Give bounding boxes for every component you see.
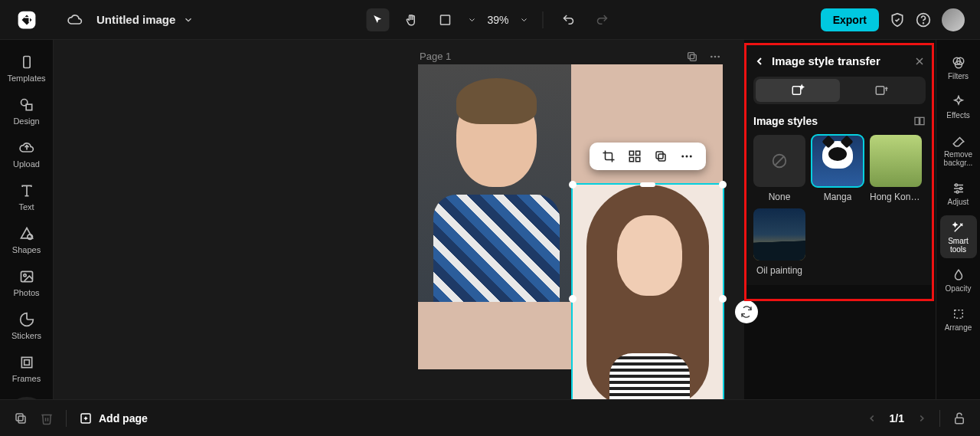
back-icon[interactable] <box>753 55 766 67</box>
rr-remove-bg[interactable]: Remove backgr... <box>940 129 977 172</box>
copy-icon[interactable] <box>654 149 668 163</box>
rail-stickers[interactable]: Stickers <box>0 311 53 340</box>
tab-custom-style[interactable] <box>840 79 924 102</box>
left-rail: Templates Design Upload Text Shapes Phot… <box>0 40 54 399</box>
rr-smart-tools[interactable]: Smart tools <box>940 215 977 258</box>
svg-line-37 <box>776 157 784 166</box>
page-label: Page 1 <box>420 51 451 62</box>
document-title[interactable]: Untitled image <box>96 13 194 26</box>
svg-point-44 <box>955 184 957 186</box>
oilpainting-thumb <box>753 208 805 261</box>
rail-upload[interactable]: Upload <box>0 139 53 169</box>
rr-adjust[interactable]: Adjust <box>940 176 977 211</box>
undo-button[interactable] <box>557 8 580 31</box>
svg-rect-4 <box>23 57 29 68</box>
close-icon[interactable] <box>913 55 926 67</box>
style-none[interactable]: None <box>753 135 805 202</box>
svg-point-19 <box>717 56 720 58</box>
crop-icon[interactable] <box>602 149 616 163</box>
svg-point-17 <box>710 56 713 58</box>
rail-label: Upload <box>13 159 40 169</box>
trash-icon[interactable] <box>40 411 54 425</box>
lock-icon[interactable] <box>952 411 966 425</box>
svg-rect-49 <box>16 414 23 421</box>
canvas[interactable]: Page 1 <box>54 40 744 399</box>
app-logo[interactable] <box>0 10 54 30</box>
zoom-level[interactable]: 39% <box>487 14 508 26</box>
image-boy[interactable] <box>418 64 571 302</box>
sliders-icon <box>951 181 966 196</box>
help-icon[interactable] <box>916 12 931 28</box>
rr-arrange[interactable]: Arrange <box>940 302 977 336</box>
rail-design[interactable]: Design <box>0 97 53 126</box>
rail-label: Frames <box>12 374 41 383</box>
right-rail: Filters Effects Remove backgr... Adjust … <box>936 40 980 399</box>
svg-rect-23 <box>636 158 640 162</box>
rr-filters[interactable]: Filters <box>940 51 977 85</box>
image-girl[interactable] <box>571 185 723 413</box>
svg-point-3 <box>923 22 924 23</box>
svg-point-28 <box>690 156 692 158</box>
add-page-label: Add page <box>99 412 148 425</box>
next-page-icon[interactable] <box>916 413 927 424</box>
avatar[interactable] <box>942 8 965 31</box>
templates-icon <box>18 54 35 70</box>
rail-frames[interactable]: Frames <box>0 354 53 383</box>
svg-rect-15 <box>690 54 696 61</box>
stickers-icon <box>18 311 35 328</box>
cloud-icon[interactable] <box>67 12 83 28</box>
flip-icon[interactable] <box>628 149 642 163</box>
svg-rect-22 <box>629 158 633 162</box>
svg-rect-24 <box>658 154 665 161</box>
rail-label: Design <box>13 116 39 126</box>
rail-shapes[interactable]: Shapes <box>0 225 53 254</box>
redo-button[interactable] <box>591 8 614 31</box>
rail-label: Templates <box>7 74 45 83</box>
rr-opacity[interactable]: Opacity <box>940 263 977 297</box>
more-icon[interactable] <box>709 51 721 63</box>
svg-point-46 <box>956 191 959 193</box>
chevron-down-icon[interactable] <box>467 15 476 25</box>
style-hongkong[interactable]: Hong Kong ... <box>870 135 922 202</box>
image-upload-icon <box>874 84 888 97</box>
resize-tool[interactable] <box>433 8 456 31</box>
rr-label: Filters <box>948 72 969 80</box>
hand-tool[interactable] <box>400 8 423 31</box>
prev-page-icon[interactable] <box>867 413 877 424</box>
shield-icon[interactable] <box>890 12 905 28</box>
hongkong-thumb <box>870 135 922 187</box>
manga-thumb <box>812 135 864 187</box>
rail-templates[interactable]: Templates <box>0 54 53 83</box>
image-sparkle-icon <box>791 84 805 97</box>
style-label: Manga <box>824 192 852 202</box>
style-manga[interactable]: Manga <box>812 135 864 202</box>
svg-rect-34 <box>915 117 919 124</box>
select-tool[interactable] <box>366 8 389 31</box>
style-label: Hong Kong ... <box>870 192 922 202</box>
rail-photos[interactable]: Photos <box>0 268 53 297</box>
page[interactable] <box>418 64 723 369</box>
rail-text[interactable]: Text <box>0 182 53 211</box>
svg-rect-13 <box>21 357 31 367</box>
section-label: Image styles <box>753 115 818 127</box>
svg-rect-16 <box>688 53 694 59</box>
style-tabs <box>753 77 926 104</box>
floating-toolbar <box>590 143 706 170</box>
duplicate-page-icon[interactable] <box>686 51 698 63</box>
rr-effects[interactable]: Effects <box>940 90 977 124</box>
more-icon[interactable] <box>680 149 694 163</box>
copy-page-icon[interactable] <box>14 411 28 425</box>
tab-image-style[interactable] <box>756 79 840 102</box>
design-icon <box>18 97 35 113</box>
export-button[interactable]: Export <box>821 8 879 31</box>
svg-rect-6 <box>26 104 31 110</box>
compare-icon[interactable] <box>913 115 926 127</box>
style-oilpainting[interactable]: Oil painting <box>753 208 805 276</box>
add-page-button[interactable]: Add page <box>79 411 148 425</box>
svg-rect-14 <box>24 360 29 366</box>
svg-point-27 <box>686 156 688 158</box>
svg-point-45 <box>959 188 962 190</box>
chevron-down-icon[interactable] <box>520 15 529 25</box>
svg-rect-20 <box>629 151 633 155</box>
magic-icon <box>951 220 966 235</box>
